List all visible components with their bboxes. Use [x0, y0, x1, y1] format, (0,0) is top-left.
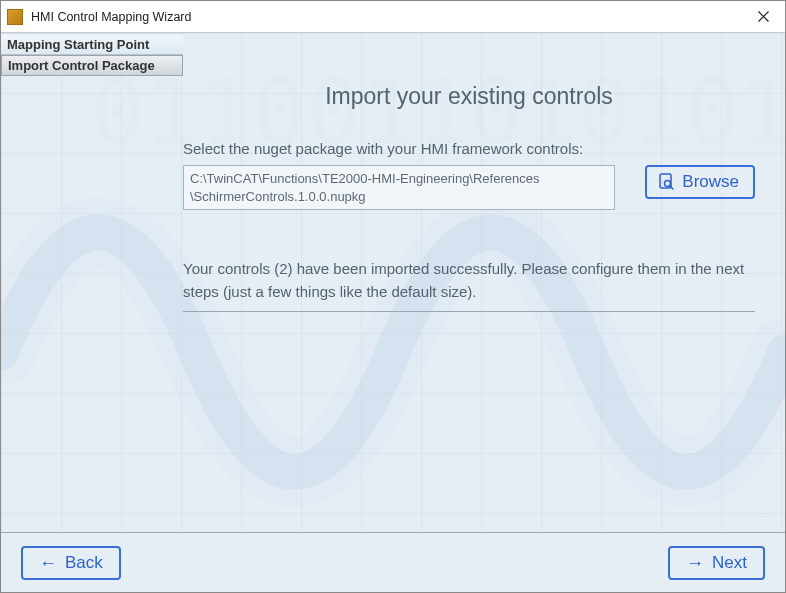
wizard-main: Import your existing controls Select the…	[183, 33, 785, 532]
wizard-window: HMI Control Mapping Wizard 0110011010101…	[0, 0, 786, 593]
sidebar-step-import-control-package[interactable]: Import Control Package	[1, 55, 183, 76]
arrow-right-icon: →	[686, 554, 704, 572]
close-button[interactable]	[741, 1, 785, 33]
titlebar: HMI Control Mapping Wizard	[1, 1, 785, 33]
next-button-label: Next	[712, 553, 747, 573]
package-path-row: C:\TwinCAT\Functions\TE2000-HMI-Engineer…	[183, 165, 755, 210]
package-path-input[interactable]: C:\TwinCAT\Functions\TE2000-HMI-Engineer…	[183, 165, 615, 210]
package-path-value: C:\TwinCAT\Functions\TE2000-HMI-Engineer…	[190, 171, 539, 204]
back-button[interactable]: ← Back	[21, 546, 121, 580]
instruction-text: Select the nuget package with your HMI f…	[183, 140, 755, 157]
page-title: Import your existing controls	[183, 83, 755, 140]
sidebar-step-label: Mapping Starting Point	[7, 37, 149, 52]
sidebar-step-mapping-starting-point[interactable]: Mapping Starting Point	[1, 35, 183, 55]
browse-button-label: Browse	[682, 172, 739, 192]
browse-button[interactable]: Browse	[645, 165, 755, 199]
window-title: HMI Control Mapping Wizard	[31, 10, 741, 24]
app-icon	[7, 9, 23, 25]
wizard-sidebar: Mapping Starting Point Import Control Pa…	[1, 33, 183, 532]
browse-icon	[657, 173, 675, 191]
import-status-message: Your controls (2) have been imported suc…	[183, 258, 755, 312]
wizard-footer: ← Back → Next	[1, 532, 785, 592]
next-button[interactable]: → Next	[668, 546, 765, 580]
wizard-body: 011001101010101 Mapping Starting Point I…	[1, 33, 785, 532]
close-icon	[758, 11, 769, 22]
back-button-label: Back	[65, 553, 103, 573]
arrow-left-icon: ←	[39, 554, 57, 572]
sidebar-step-label: Import Control Package	[8, 58, 155, 73]
